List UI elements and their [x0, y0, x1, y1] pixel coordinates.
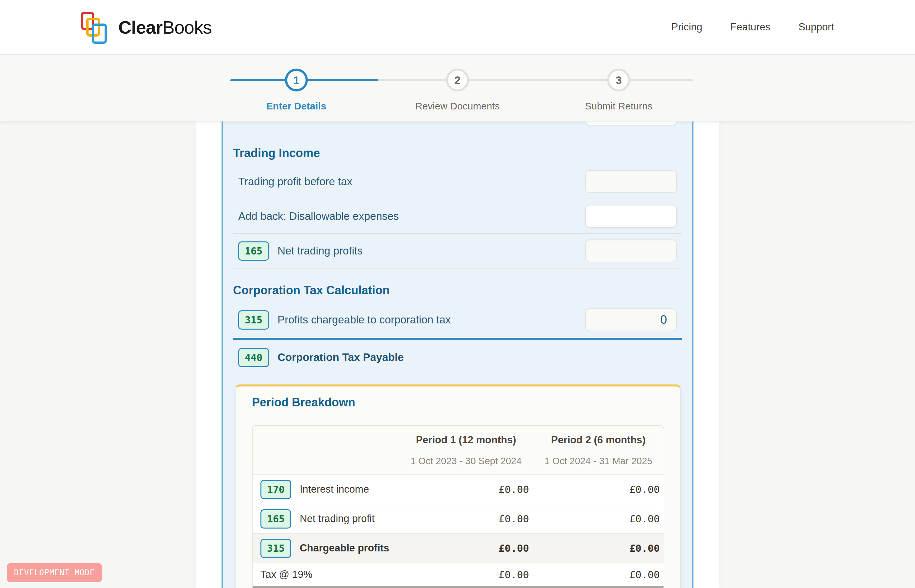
period-2-range: 1 Oct 2024 - 31 Mar 2025 [533, 456, 664, 467]
box-315-table-badge: 315 [260, 539, 291, 558]
net-trading-profit-period1-value: £0.00 [399, 513, 533, 525]
net-trading-profits-label: Net trading profits [278, 245, 362, 257]
box-315-badge: 315 [238, 310, 269, 330]
row-divider [233, 375, 682, 375]
box-165-badge: 165 [238, 241, 269, 261]
period-1-range: 1 Oct 2023 - 30 Sept 2024 [399, 456, 533, 467]
development-mode-badge: DEVELOPMENT MODE [7, 563, 102, 582]
step-3-label: Submit Returns [585, 101, 653, 112]
logo-page-blue [92, 24, 107, 44]
pages-logo-icon [81, 12, 111, 44]
step-3-circle[interactable]: 3 [607, 69, 630, 92]
period-1-title: Period 1 (12 months) [399, 434, 533, 446]
disallowable-expenses-label: Add back: Disallowable expenses [238, 210, 399, 223]
wizard-stepper: 1 Enter Details 2 Review Documents 3 Sub… [216, 55, 699, 121]
net-trading-profit-label: Net trading profit [300, 513, 375, 525]
tax-rate-period2-value: £0.00 [533, 569, 664, 580]
section-title-trading-income: Trading Income [233, 146, 682, 160]
clearbooks-logo[interactable]: ClearBooks [81, 10, 212, 44]
step-1-circle[interactable]: 1 [285, 69, 308, 92]
table-row-chargeable-profits: 315 Chargeable profits £0.00 £0.00 [252, 533, 664, 562]
top-nav: Pricing Features Support [671, 21, 834, 33]
step-review-documents[interactable]: 2 Review Documents [377, 69, 538, 112]
form-row-tax-payable: 440 Corporation Tax Payable [233, 340, 682, 375]
form-row-disallowable-expenses: Add back: Disallowable expenses [233, 199, 682, 234]
box-165-table-badge: 165 [260, 509, 291, 528]
nav-pricing[interactable]: Pricing [671, 21, 702, 33]
net-trading-profits-input[interactable] [585, 239, 677, 262]
step-submit-returns[interactable]: 3 Submit Returns [538, 69, 699, 112]
net-trading-profit-period2-value: £0.00 [533, 513, 664, 525]
form-row-chargeable-profits: 315 Profits chargeable to corporation ta… [233, 302, 682, 338]
chargeable-profits-input[interactable] [585, 309, 677, 331]
disallowable-expenses-input[interactable] [585, 205, 677, 228]
interest-income-period1-value: £0.00 [399, 483, 533, 495]
form-row-net-trading-profits: 165 Net trading profits [233, 234, 682, 268]
total-divider [233, 338, 682, 340]
period-breakdown-title: Period Breakdown [252, 396, 664, 409]
interest-income-period2-value: £0.00 [533, 483, 664, 495]
trading-profit-label: Trading profit before tax [238, 175, 352, 188]
logo-text-regular: Books [162, 17, 212, 37]
step-2-circle[interactable]: 2 [446, 69, 469, 92]
header-period-1: Period 1 (12 months) 1 Oct 2023 - 30 Sep… [399, 434, 533, 467]
trading-profit-input[interactable] [585, 170, 677, 193]
nav-features[interactable]: Features [731, 21, 770, 33]
box-440-badge: 440 [238, 348, 269, 367]
table-header-row: Period 1 (12 months) 1 Oct 2023 - 30 Sep… [252, 426, 664, 474]
form-row-trading-profit: Trading profit before tax [233, 165, 682, 199]
nav-support[interactable]: Support [799, 21, 834, 33]
logo-wordmark: ClearBooks [118, 17, 212, 38]
app-header: ClearBooks Pricing Features Support [0, 0, 915, 55]
table-row-net-trading-profit: 165 Net trading profit £0.00 £0.00 [252, 504, 664, 533]
table-row-tax-rate: Tax @ 19% £0.00 £0.00 [252, 562, 664, 586]
header-period-2: Period 2 (6 months) 1 Oct 2024 - 31 Mar … [533, 434, 664, 467]
step-enter-details[interactable]: 1 Enter Details [216, 69, 377, 112]
table-total-separator [252, 586, 664, 588]
chargeable-profits-period1-value: £0.00 [399, 542, 533, 554]
tax-rate-period1-value: £0.00 [399, 569, 533, 580]
step-2-label: Review Documents [415, 101, 500, 112]
chargeable-profits-label: Profits chargeable to corporation tax [278, 313, 451, 326]
page-column: Trading Income Trading profit before tax… [196, 121, 719, 588]
cutoff-input-field[interactable] [585, 121, 677, 126]
box-170-badge: 170 [260, 480, 291, 499]
tax-form-card: Trading Income Trading profit before tax… [221, 121, 694, 588]
tax-payable-label: Corporation Tax Payable [278, 351, 404, 363]
logo-text-bold: Clear [118, 17, 162, 37]
header-spacer [252, 434, 399, 467]
chargeable-profits-row-label: Chargeable profits [300, 542, 389, 554]
tax-rate-label: Tax @ 19% [260, 569, 312, 580]
period-breakdown-table: Period 1 (12 months) 1 Oct 2023 - 30 Sep… [252, 425, 664, 588]
period-breakdown-card: Period Breakdown Period 1 (12 months) 1 … [236, 384, 681, 588]
section-title-corporation-tax: Corporation Tax Calculation [233, 284, 682, 297]
step-1-label: Enter Details [266, 101, 326, 112]
stepper-band: 1 Enter Details 2 Review Documents 3 Sub… [0, 55, 915, 121]
interest-income-label: Interest income [300, 483, 369, 495]
row-divider [233, 131, 682, 131]
chargeable-profits-period2-value: £0.00 [533, 542, 664, 554]
period-2-title: Period 2 (6 months) [533, 434, 664, 446]
table-row-interest-income: 170 Interest income £0.00 £0.00 [252, 474, 664, 504]
